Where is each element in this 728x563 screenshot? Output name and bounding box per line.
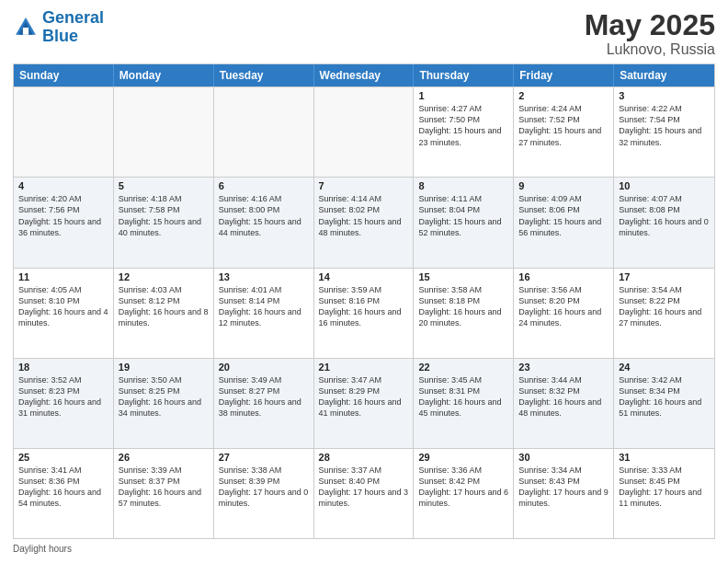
daylight-text: Daylight: 15 hours and 44 minutes. — [219, 216, 309, 238]
daylight-text: Daylight: 16 hours and 38 minutes. — [219, 396, 309, 419]
daylight-text: Daylight: 16 hours and 27 minutes. — [619, 306, 710, 328]
sunrise-text: Sunrise: 3:54 AM — [619, 284, 710, 295]
day-number: 14 — [319, 271, 409, 282]
cal-cell: 8Sunrise: 4:11 AMSunset: 8:04 PMDaylight… — [414, 178, 514, 267]
cal-cell: 17Sunrise: 3:54 AMSunset: 8:22 PMDayligh… — [614, 269, 714, 358]
sunrise-text: Sunrise: 4:03 AM — [119, 284, 209, 295]
daylight-text: Daylight: 15 hours and 27 minutes. — [518, 125, 609, 147]
sunset-text: Sunset: 8:40 PM — [319, 476, 409, 487]
sunset-text: Sunset: 8:10 PM — [18, 295, 108, 306]
sunrise-text: Sunrise: 4:09 AM — [518, 193, 609, 204]
sunset-text: Sunset: 8:23 PM — [18, 385, 108, 396]
svg-rect-2 — [23, 28, 28, 35]
daylight-text: Daylight: 17 hours and 0 minutes. — [219, 487, 309, 509]
day-number: 31 — [619, 452, 710, 463]
cal-cell: 29Sunrise: 3:36 AMSunset: 8:42 PMDayligh… — [414, 449, 514, 538]
calendar-body: 1Sunrise: 4:27 AMSunset: 7:50 PMDaylight… — [14, 86, 714, 538]
sunrise-text: Sunrise: 4:05 AM — [18, 284, 108, 295]
page: General Blue May 2025 Luknovo, Russia Su… — [0, 0, 728, 563]
sunset-text: Sunset: 8:04 PM — [418, 204, 508, 215]
day-number: 28 — [319, 452, 409, 463]
sunset-text: Sunset: 7:50 PM — [418, 114, 508, 125]
daylight-label: Daylight hours — [13, 544, 72, 554]
day-number: 3 — [619, 90, 710, 101]
daylight-text: Daylight: 16 hours and 41 minutes. — [319, 396, 409, 419]
day-number: 30 — [518, 452, 609, 463]
daylight-text: Daylight: 15 hours and 40 minutes. — [119, 216, 209, 238]
day-number: 17 — [619, 271, 710, 282]
day-number: 2 — [518, 90, 609, 101]
cal-cell: 9Sunrise: 4:09 AMSunset: 8:06 PMDaylight… — [514, 178, 614, 267]
cal-cell: 28Sunrise: 3:37 AMSunset: 8:40 PMDayligh… — [314, 449, 415, 538]
daylight-text: Daylight: 17 hours and 3 minutes. — [319, 487, 409, 509]
day-number: 10 — [619, 180, 710, 191]
cal-header-friday: Friday — [514, 64, 614, 86]
daylight-text: Daylight: 16 hours and 20 minutes. — [418, 306, 508, 328]
sunrise-text: Sunrise: 4:14 AM — [319, 193, 409, 204]
daylight-text: Daylight: 16 hours and 8 minutes. — [119, 306, 209, 328]
sunset-text: Sunset: 8:29 PM — [319, 385, 409, 396]
daylight-text: Daylight: 15 hours and 36 minutes. — [18, 216, 108, 238]
cal-header-sunday: Sunday — [14, 64, 114, 86]
sunrise-text: Sunrise: 3:45 AM — [418, 374, 508, 385]
cal-header-saturday: Saturday — [614, 64, 714, 86]
daylight-text: Daylight: 17 hours and 11 minutes. — [619, 487, 710, 509]
day-number: 7 — [319, 180, 409, 191]
sunrise-text: Sunrise: 3:52 AM — [18, 374, 108, 385]
calendar: SundayMondayTuesdayWednesdayThursdayFrid… — [13, 63, 715, 539]
sunset-text: Sunset: 8:37 PM — [119, 476, 209, 487]
cal-cell: 13Sunrise: 4:01 AMSunset: 8:14 PMDayligh… — [214, 269, 314, 358]
sunrise-text: Sunrise: 4:18 AM — [119, 193, 209, 204]
cal-cell — [214, 87, 314, 177]
cal-cell: 19Sunrise: 3:50 AMSunset: 8:25 PMDayligh… — [114, 359, 214, 448]
daylight-text: Daylight: 16 hours and 34 minutes. — [119, 396, 209, 419]
day-number: 26 — [119, 452, 209, 463]
cal-cell: 1Sunrise: 4:27 AMSunset: 7:50 PMDaylight… — [414, 87, 514, 177]
sunrise-text: Sunrise: 3:36 AM — [418, 465, 508, 476]
sunrise-text: Sunrise: 3:34 AM — [518, 465, 609, 476]
sunrise-text: Sunrise: 4:16 AM — [219, 193, 309, 204]
sunset-text: Sunset: 8:06 PM — [518, 204, 609, 215]
day-number: 21 — [319, 362, 409, 373]
day-number: 16 — [518, 271, 609, 282]
sunrise-text: Sunrise: 3:37 AM — [319, 465, 409, 476]
daylight-text: Daylight: 17 hours and 9 minutes. — [518, 487, 609, 509]
day-number: 22 — [418, 362, 508, 373]
cal-week-2: 4Sunrise: 4:20 AMSunset: 7:56 PMDaylight… — [14, 177, 714, 267]
day-number: 1 — [418, 90, 508, 101]
daylight-text: Daylight: 16 hours and 0 minutes. — [619, 216, 710, 238]
sunset-text: Sunset: 8:12 PM — [119, 295, 209, 306]
cal-header-tuesday: Tuesday — [214, 64, 314, 86]
sunset-text: Sunset: 7:56 PM — [18, 204, 108, 215]
sunset-text: Sunset: 8:36 PM — [18, 476, 108, 487]
daylight-text: Daylight: 16 hours and 24 minutes. — [518, 306, 609, 328]
sunrise-text: Sunrise: 3:41 AM — [18, 465, 108, 476]
footer: Daylight hours — [13, 544, 715, 554]
day-number: 23 — [518, 362, 609, 373]
day-number: 18 — [18, 362, 108, 373]
logo: General Blue — [13, 9, 104, 46]
day-number: 24 — [619, 362, 710, 373]
daylight-text: Daylight: 17 hours and 6 minutes. — [418, 487, 508, 509]
sunrise-text: Sunrise: 4:11 AM — [418, 193, 508, 204]
cal-cell: 7Sunrise: 4:14 AMSunset: 8:02 PMDaylight… — [314, 178, 415, 267]
sunset-text: Sunset: 8:00 PM — [219, 204, 309, 215]
calendar-header: SundayMondayTuesdayWednesdayThursdayFrid… — [14, 64, 714, 86]
sunset-text: Sunset: 7:58 PM — [119, 204, 209, 215]
cal-cell: 20Sunrise: 3:49 AMSunset: 8:27 PMDayligh… — [214, 359, 314, 448]
logo-icon — [13, 15, 39, 40]
cal-cell — [14, 87, 114, 177]
cal-cell: 23Sunrise: 3:44 AMSunset: 8:32 PMDayligh… — [514, 359, 614, 448]
cal-cell: 31Sunrise: 3:33 AMSunset: 8:45 PMDayligh… — [614, 449, 714, 538]
cal-cell: 16Sunrise: 3:56 AMSunset: 8:20 PMDayligh… — [514, 269, 614, 358]
cal-cell — [114, 87, 214, 177]
day-number: 20 — [219, 362, 309, 373]
sunrise-text: Sunrise: 3:42 AM — [619, 374, 710, 385]
day-number: 11 — [18, 271, 108, 282]
daylight-text: Daylight: 16 hours and 31 minutes. — [18, 396, 108, 419]
cal-cell: 21Sunrise: 3:47 AMSunset: 8:29 PMDayligh… — [314, 359, 415, 448]
daylight-text: Daylight: 15 hours and 48 minutes. — [319, 216, 409, 238]
daylight-text: Daylight: 16 hours and 48 minutes. — [518, 396, 609, 419]
daylight-text: Daylight: 16 hours and 45 minutes. — [418, 396, 508, 419]
cal-cell: 24Sunrise: 3:42 AMSunset: 8:34 PMDayligh… — [614, 359, 714, 448]
